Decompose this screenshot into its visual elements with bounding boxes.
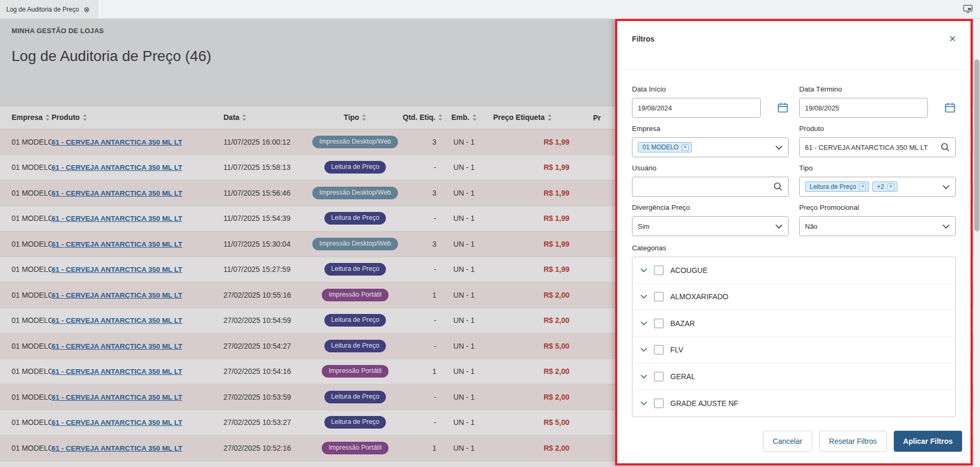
product-link[interactable]: 61 - CERVEJA ANTARCTICA 350 ML LT [52, 240, 182, 248]
cell-empresa: 01 MODELO [0, 129, 52, 155]
cell-empresa: 01 MODELO [0, 257, 52, 282]
product-link[interactable]: 61 - CERVEJA ANTARCTICA 350 ML LT [52, 368, 182, 375]
divergencia-label: Divergência Preço [632, 204, 789, 211]
screenshot-tool-icon[interactable] [962, 4, 974, 14]
column-label: Pr [593, 114, 601, 122]
chevron-down-icon[interactable] [640, 321, 647, 326]
cell-qtd: 3 [403, 180, 444, 206]
vertical-scrollbar[interactable] [974, 19, 980, 467]
chip-remove-icon[interactable]: × [859, 184, 866, 190]
category-checkbox[interactable] [654, 372, 663, 381]
product-link[interactable]: 61 - CERVEJA ANTARCTICA 350 ML LT [52, 419, 182, 427]
cell-emb: UN - 1 [444, 359, 484, 384]
cell-tipo: Leitura de Preço [308, 384, 403, 410]
chevron-down-icon[interactable] [640, 348, 647, 352]
sort-icon[interactable] [472, 114, 477, 123]
column-header-qtd[interactable]: Qtd. Etiq. [403, 106, 444, 129]
category-row[interactable]: ALMOXARIFADO [632, 284, 955, 311]
tipo-select[interactable]: Leitura de Preço×+2× [799, 177, 956, 197]
data-inicio-input[interactable]: 19/08/2024 [632, 98, 761, 118]
sort-icon[interactable] [83, 114, 87, 123]
cancel-button[interactable]: Cancelar [763, 431, 812, 452]
reset-filters-button[interactable]: Resetar Filtros [819, 431, 887, 452]
cell-qtd: 3 [403, 129, 444, 155]
product-link[interactable]: 61 - CERVEJA ANTARCTICA 350 ML LT [52, 444, 182, 452]
sort-icon[interactable] [242, 114, 247, 123]
category-checkbox[interactable] [654, 399, 663, 408]
promocional-select[interactable]: Não [799, 216, 956, 236]
sort-icon[interactable] [362, 114, 366, 123]
chip-remove-icon[interactable]: × [682, 144, 689, 151]
cell-produto: 61 - CERVEJA ANTARCTICA 350 ML LT [52, 155, 223, 180]
column-header-preco[interactable]: Preço Etiqueta [484, 106, 575, 129]
cell-produto: 61 - CERVEJA ANTARCTICA 350 ML LT [52, 206, 223, 231]
chip-remove-icon[interactable]: × [887, 184, 894, 190]
categories-list: ACOUGUEALMOXARIFADOBAZARFLVGERALGRADE AJ… [632, 257, 956, 417]
filter-panel: Filtros × Data Início 19/08/2024 [615, 19, 973, 465]
cell-produto: 61 - CERVEJA ANTARCTICA 350 ML LT [52, 384, 223, 410]
cell-data: 27/02/2025 10:52:16 [223, 435, 308, 461]
product-link[interactable]: 61 - CERVEJA ANTARCTICA 350 ML LT [52, 189, 182, 197]
product-link[interactable]: 61 - CERVEJA ANTARCTICA 350 ML LT [52, 138, 182, 146]
chevron-down-icon[interactable] [640, 295, 647, 299]
chevron-down-icon[interactable] [775, 145, 783, 150]
apply-filters-button[interactable]: Aplicar Filtros [894, 431, 962, 452]
product-link[interactable]: 61 - CERVEJA ANTARCTICA 350 ML LT [52, 342, 182, 350]
category-row[interactable]: GRADE AJUSTE NF [632, 390, 955, 417]
cell-qtd: - [403, 257, 444, 282]
column-header-emb[interactable]: Emb. [444, 106, 484, 129]
product-link[interactable]: 61 - CERVEJA ANTARCTICA 350 ML LT [52, 215, 182, 222]
filter-chip: 01 MODELO× [638, 142, 692, 153]
sort-icon[interactable] [547, 114, 552, 123]
product-link[interactable]: 61 - CERVEJA ANTARCTICA 350 ML LT [52, 266, 182, 273]
cell-produto: 61 - CERVEJA ANTARCTICA 350 ML LT [52, 461, 223, 467]
calendar-icon[interactable] [777, 102, 789, 114]
cell-tipo: Leitura de Preço [308, 155, 403, 180]
product-link[interactable]: 61 - CERVEJA ANTARCTICA 350 ML LT [52, 291, 182, 299]
empresa-chips: 01 MODELO× [638, 142, 695, 153]
column-header-data[interactable]: Data [223, 106, 308, 129]
category-checkbox[interactable] [654, 345, 663, 354]
column-header-empresa[interactable]: Empresa [0, 106, 52, 129]
cell-tipo: Leitura de Preço [308, 206, 403, 231]
cell-emb: UN - 1 [444, 333, 484, 359]
product-link[interactable]: 61 - CERVEJA ANTARCTICA 350 ML LT [52, 317, 182, 324]
chevron-down-icon[interactable] [942, 224, 950, 229]
cell-preco: R$ 2,00 [484, 435, 575, 461]
category-checkbox[interactable] [654, 292, 663, 301]
produto-input[interactable]: 61 - CERVEJA ANTARCTICA 350 ML LT [799, 137, 956, 157]
calendar-icon[interactable] [944, 102, 956, 114]
category-row[interactable]: ACOUGUE [632, 257, 955, 284]
cell-empresa: 01 MODELO [0, 308, 52, 333]
chevron-down-icon[interactable] [640, 374, 647, 379]
category-row[interactable]: GERAL [632, 363, 955, 390]
cell-qtd: 3 [403, 231, 444, 257]
column-header-produto[interactable]: Produto [52, 106, 223, 129]
chevron-down-icon[interactable] [640, 268, 647, 272]
chevron-down-icon[interactable] [640, 401, 647, 405]
close-icon[interactable]: × [949, 35, 956, 43]
chevron-down-icon[interactable] [942, 185, 950, 189]
data-termino-input[interactable]: 19/08/2025 [799, 98, 928, 118]
browser-tab[interactable]: Log de Auditoria de Preço ⊗ [0, 0, 98, 18]
column-header-tipo[interactable]: Tipo [308, 106, 403, 129]
sort-icon[interactable] [438, 114, 443, 123]
cell-qtd: - [403, 206, 444, 231]
scrollbar-thumb[interactable] [974, 59, 979, 231]
category-row[interactable]: FLV [632, 337, 955, 364]
search-icon[interactable] [941, 143, 950, 152]
product-link[interactable]: 61 - CERVEJA ANTARCTICA 350 ML LT [52, 164, 182, 171]
divergencia-select[interactable]: Sim [632, 216, 789, 236]
category-checkbox[interactable] [654, 266, 663, 275]
category-row[interactable]: BAZAR [632, 310, 955, 337]
tipo-badge: Impressão Desktop/Web [312, 187, 398, 199]
product-link[interactable]: 61 - CERVEJA ANTARCTICA 350 ML LT [52, 393, 182, 401]
chevron-down-icon[interactable] [775, 224, 783, 229]
category-checkbox[interactable] [654, 319, 663, 328]
empresa-select[interactable]: 01 MODELO× [632, 137, 789, 157]
search-icon[interactable] [773, 182, 783, 191]
sort-icon[interactable] [45, 114, 50, 123]
cell-empresa: 01 MODELO [0, 435, 52, 461]
usuario-input[interactable] [632, 177, 789, 197]
tab-close-icon[interactable]: ⊗ [84, 6, 90, 13]
